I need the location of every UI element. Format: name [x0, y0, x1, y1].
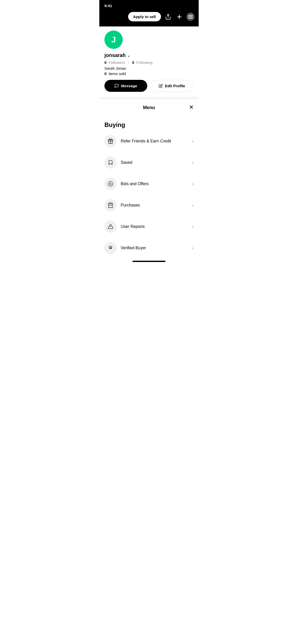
svg-rect-5	[188, 18, 193, 19]
menu-item-verified-buyer[interactable]: Verified Buyer ›	[99, 237, 199, 259]
profile-section: J jonsarah ⌄ 0 Followers | 0 Following S…	[99, 26, 199, 76]
refer-friends-chevron: ›	[192, 139, 194, 144]
purchases-label: Purchases	[121, 203, 188, 208]
check-badge-icon	[104, 242, 117, 254]
menu-item-refer-friends[interactable]: Refer Friends & Earn Credit ›	[99, 130, 199, 152]
followers-divider: |	[128, 60, 129, 65]
home-indicator	[99, 259, 199, 264]
menu-item-user-reports[interactable]: User Reports ›	[99, 216, 199, 237]
user-reports-label: User Reports	[121, 224, 188, 229]
items-sold: 0 items sold	[104, 71, 194, 76]
menu-icon-button[interactable]	[186, 13, 195, 21]
message-button[interactable]: Message	[104, 80, 147, 92]
menu-title: Menu	[143, 105, 155, 110]
home-bar	[132, 261, 166, 262]
full-name: Sarah Jonas	[104, 66, 194, 70]
bookmark-icon	[104, 156, 117, 169]
buying-heading: Buying	[99, 115, 199, 130]
menu-section: Menu ✕ Buying Refer Friends & Earn Credi…	[99, 99, 199, 259]
share-button[interactable]	[164, 13, 172, 21]
status-bar: 9:41	[99, 0, 199, 10]
followers-row: 0 Followers | 0 Following	[104, 60, 194, 65]
header: Apply to sell	[99, 10, 199, 26]
gift-icon	[104, 135, 117, 147]
menu-item-bids-offers[interactable]: Bids and Offers ›	[99, 173, 199, 195]
action-buttons: Message Edit Profile	[99, 80, 199, 97]
bids-offers-chevron: ›	[192, 181, 194, 187]
bids-offers-label: Bids and Offers	[121, 182, 188, 186]
status-time: 9:41	[104, 4, 112, 8]
refer-friends-label: Refer Friends & Earn Credit	[121, 139, 188, 143]
username: jonsarah	[104, 52, 126, 58]
chevron-down-icon[interactable]: ⌄	[127, 53, 130, 58]
saved-chevron: ›	[192, 160, 194, 165]
following-count: 0 Following	[132, 60, 153, 65]
verified-buyer-label: Verified Buyer	[121, 246, 188, 250]
user-reports-chevron: ›	[192, 224, 194, 229]
alert-triangle-icon	[104, 221, 117, 233]
apply-to-sell-button[interactable]: Apply to sell	[128, 12, 161, 21]
menu-close-button[interactable]: ✕	[189, 105, 194, 110]
menu-item-saved[interactable]: Saved ›	[99, 152, 199, 173]
avatar: J	[104, 31, 123, 49]
add-button[interactable]	[175, 13, 183, 21]
followers-count: 0 Followers	[104, 60, 125, 65]
percent-badge-icon	[104, 178, 117, 190]
menu-item-purchases[interactable]: Purchases ›	[99, 195, 199, 216]
verified-buyer-chevron: ›	[192, 245, 194, 251]
edit-profile-button[interactable]: Edit Profile	[150, 80, 194, 92]
saved-label: Saved	[121, 160, 188, 165]
purchases-chevron: ›	[192, 203, 194, 208]
svg-rect-4	[188, 16, 193, 17]
username-row: jonsarah ⌄	[104, 52, 194, 58]
separator	[99, 97, 199, 99]
shopping-bag-icon	[104, 199, 117, 211]
svg-rect-3	[188, 15, 193, 16]
menu-header: Menu ✕	[99, 99, 199, 115]
